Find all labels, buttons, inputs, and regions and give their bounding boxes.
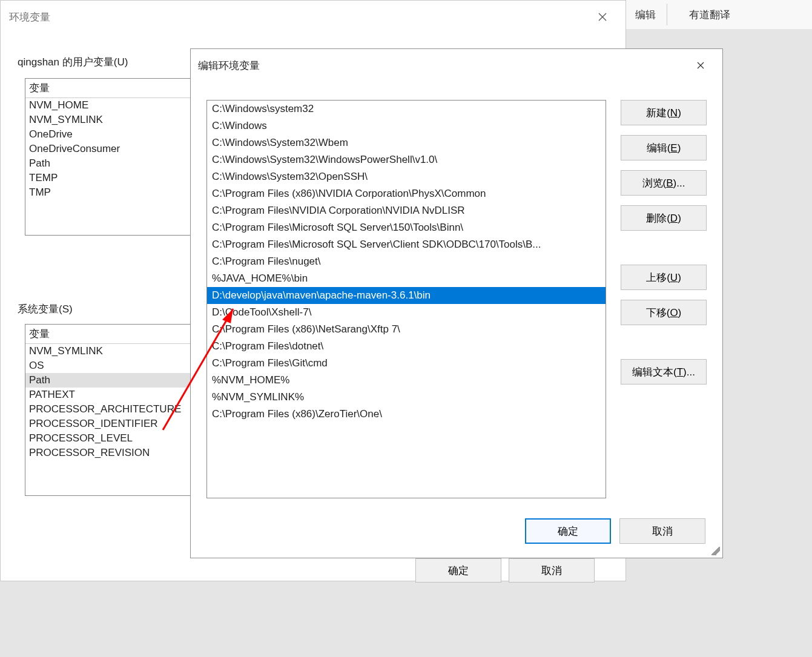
edit-ok-button[interactable]: 确定 — [525, 518, 611, 544]
resize-grip-icon[interactable] — [711, 547, 720, 555]
edit-dialog-side-buttons: 新建(N) 编辑(E) 浏览(B)... 删除(D) 上移(U) 下移(O) 编… — [621, 100, 707, 394]
path-entry-row[interactable]: C:\Program Files\NVIDIA Corporation\NVID… — [207, 202, 606, 219]
path-entry-row[interactable]: %NVM_SYMLINK% — [207, 389, 606, 406]
edit-text-button[interactable]: 编辑文本(T)... — [621, 359, 707, 385]
close-icon[interactable] — [686, 53, 715, 78]
path-entry-row[interactable]: C:\Program Files (x86)\NVIDIA Corporatio… — [207, 185, 606, 202]
path-entry-row[interactable]: C:\Windows — [207, 117, 606, 134]
path-entry-row[interactable]: C:\Windows\System32\OpenSSH\ — [207, 168, 606, 185]
path-entries-list[interactable]: C:\Windows\system32C:\WindowsC:\Windows\… — [206, 100, 606, 498]
dialog-titlebar: 环境变量 — [1, 1, 626, 33]
path-entry-row[interactable]: C:\Program Files\dotnet\ — [207, 338, 606, 355]
edit-environment-variable-dialog: 编辑环境变量 C:\Windows\system32C:\WindowsC:\W… — [190, 48, 723, 558]
path-entry-row[interactable]: D:\CodeTool\Xshell-7\ — [207, 304, 606, 321]
bg-menu-item[interactable]: 编辑 — [635, 8, 656, 22]
path-entry-row[interactable]: C:\Program Files\Git\cmd — [207, 355, 606, 372]
path-entry-row[interactable]: C:\Program Files (x86)\NetSarang\Xftp 7\ — [207, 321, 606, 338]
delete-button[interactable]: 删除(D) — [621, 205, 707, 231]
path-entry-row[interactable]: C:\Program Files\Microsoft SQL Server\15… — [207, 219, 606, 236]
path-entry-row[interactable]: %JAVA_HOME%\bin — [207, 270, 606, 287]
path-entry-row[interactable]: C:\Windows\System32\Wbem — [207, 134, 606, 151]
move-up-button[interactable]: 上移(U) — [621, 265, 707, 290]
edit-dialog-titlebar: 编辑环境变量 — [191, 49, 722, 82]
background-menu: 编辑 有道翻译 — [624, 0, 812, 29]
edit-dialog-bottom-buttons: 确定 取消 — [525, 518, 705, 544]
path-entry-row[interactable]: C:\Windows\system32 — [207, 101, 606, 117]
move-down-button[interactable]: 下移(O) — [621, 300, 707, 325]
menu-divider — [667, 4, 667, 25]
path-entry-row[interactable]: C:\Program Files (x86)\ZeroTier\One\ — [207, 406, 606, 423]
close-icon[interactable] — [588, 1, 617, 33]
path-entry-row[interactable]: D:\develop\java\maven\apache-maven-3.6.1… — [207, 287, 606, 304]
edit-dialog-title: 编辑环境变量 — [198, 59, 260, 73]
path-entry-row[interactable]: C:\Program Files\Microsoft SQL Server\Cl… — [207, 236, 606, 253]
browse-button[interactable]: 浏览(B)... — [621, 170, 707, 196]
env-cancel-button[interactable]: 取消 — [509, 558, 595, 583]
bg-menu-item[interactable]: 有道翻译 — [689, 8, 730, 22]
system-variables-label: 系统变量(S) — [18, 302, 73, 316]
env-ok-button[interactable]: 确定 — [415, 558, 501, 583]
new-button[interactable]: 新建(N) — [621, 100, 707, 125]
path-entry-row[interactable]: %NVM_HOME% — [207, 372, 606, 389]
edit-button[interactable]: 编辑(E) — [621, 135, 707, 160]
dialog-title: 环境变量 — [9, 10, 50, 24]
path-entry-row[interactable]: C:\Program Files\nuget\ — [207, 253, 606, 270]
path-entry-row[interactable]: C:\Windows\System32\WindowsPowerShell\v1… — [207, 151, 606, 168]
edit-cancel-button[interactable]: 取消 — [619, 518, 705, 544]
env-dialog-buttons: 确定 取消 — [415, 558, 595, 583]
user-variables-label: qingshan 的用户变量(U) — [18, 55, 128, 69]
